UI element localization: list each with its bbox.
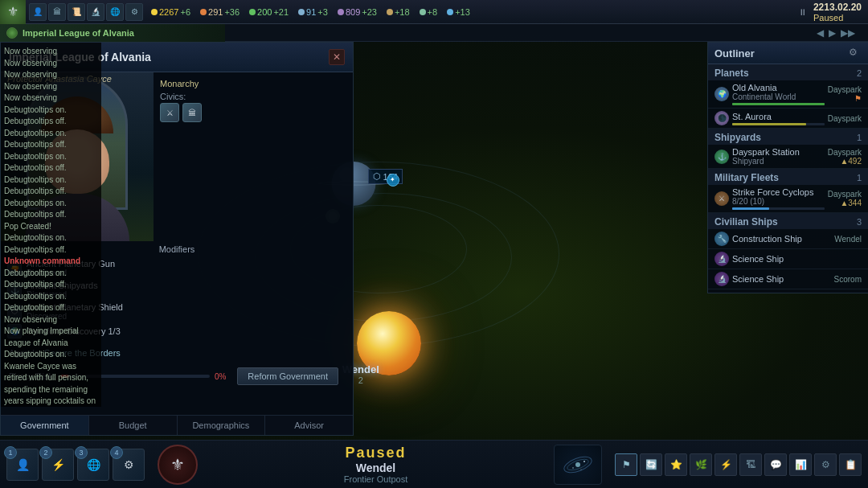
civic-icon-2[interactable]: 🏛 — [182, 103, 202, 122]
br-icon-8[interactable]: 📊 — [789, 453, 812, 476]
fleet-cyclops-bar — [732, 207, 825, 210]
planet-old-alvania[interactable]: 🌍 Old Alvania Continental World Dayspark… — [708, 80, 868, 109]
science-delta: +13 — [455, 7, 470, 17]
console-line-7: Debugtooltips off. — [4, 116, 98, 128]
shipyard-dayspark[interactable]: ⚓ Dayspark Station Shipyard Dayspark ▲49… — [708, 145, 868, 169]
planet-st-aurora[interactable]: 🌑 St. Aurora Dayspark — [708, 109, 868, 129]
gov-tabs: Government Budget Demographics Advisor — [1, 415, 353, 435]
planet-1-info: Old Alvania Continental World — [732, 83, 825, 105]
ship-science-1[interactable]: 🔬 Science Ship — [708, 249, 868, 269]
menu-icon-6[interactable]: ⚙ — [125, 3, 143, 21]
speed-play[interactable]: ▶ — [829, 27, 836, 39]
menu-icon-1[interactable]: 👤 — [29, 3, 47, 21]
resource-alloys: 91 +3 — [293, 7, 333, 17]
government-type: Monarchy — [160, 79, 346, 88]
app-logo[interactable]: ⚜ — [0, 0, 26, 24]
fleet-cyclops-size: 8/20 (10) — [732, 197, 825, 206]
construction-ship-icon: 🔧 — [714, 232, 729, 246]
br-icon-10[interactable]: 📋 — [839, 453, 862, 476]
bottom-icon-2[interactable]: ⚡ 2 — [42, 449, 74, 481]
menu-icon-5[interactable]: 🌐 — [106, 3, 124, 21]
console-line-9: Debugtooltips off. — [4, 139, 98, 151]
bottom-center: Paused Wendel Frontier Outpost — [204, 445, 547, 484]
fleet-cyclops-bar-fill — [732, 207, 769, 210]
empire-name[interactable]: Imperial League of Alvania — [23, 28, 134, 38]
svg-point-2 — [575, 462, 580, 467]
planet-2-bar — [732, 123, 825, 125]
br-icon-3[interactable]: ⭐ — [665, 453, 687, 476]
br-icon-1[interactable]: ⚑ — [615, 453, 637, 476]
console-line-23: Debugtooltips off. — [4, 302, 98, 314]
ship-construction[interactable]: 🔧 Construction Ship Wendel — [708, 229, 868, 249]
menu-icon-2[interactable]: 🏛 — [48, 3, 66, 21]
section-shipyards-header: Shipyards 1 — [708, 129, 868, 145]
br-icon-7[interactable]: 💬 — [764, 453, 787, 476]
br-icon-5[interactable]: ⚡ — [714, 453, 737, 476]
tab-budget[interactable]: Budget — [89, 416, 178, 435]
bottom-icon-4[interactable]: ⚙ 4 — [113, 449, 145, 481]
menu-icon-4[interactable]: 🔬 — [87, 3, 104, 21]
speed-fast[interactable]: ▶▶ — [841, 27, 855, 39]
tab-government[interactable]: Government — [1, 416, 89, 435]
planet-2-name: St. Aurora — [732, 112, 825, 121]
planet-1-type: Continental World — [732, 92, 825, 101]
bottom-icon-3-symbol: 🌐 — [87, 458, 100, 471]
outliner-gear-icon[interactable]: ⚙ — [849, 47, 862, 59]
shipyard-power: ▲492 — [840, 157, 862, 166]
food-delta: +21 — [273, 7, 289, 17]
planet-1-alert: ⚑ — [854, 94, 862, 103]
console-line-25: Now playing Imperial League of Alvania — [4, 326, 98, 349]
fleet-cyclops[interactable]: ⚔ Strike Force Cyclops 8/20 (10) Dayspar… — [708, 185, 868, 213]
bottom-icon-1-badge: 1 — [4, 446, 17, 459]
science-ship-2-name: Science Ship — [732, 274, 831, 284]
civilian-section-title: Civilian Ships — [714, 216, 778, 228]
galaxy-map-btn[interactable] — [554, 445, 602, 485]
section-civilian-header: Civilian Ships 3 — [708, 213, 868, 229]
science-ship-2-info: Science Ship — [732, 274, 831, 284]
planets-section-title: Planets — [714, 68, 749, 79]
menu-icon-3[interactable]: 📜 — [68, 3, 85, 21]
br-icon-2[interactable]: 🔄 — [640, 453, 662, 476]
resource-consumer-goods: 809 +23 — [333, 7, 382, 17]
fleet-marker[interactable]: ⬡ 164 ✦ — [368, 169, 403, 184]
tab-advisor[interactable]: Advisor — [265, 416, 353, 435]
shipyard-info: Dayspark Station Shipyard — [732, 147, 825, 166]
food-value: 200 — [257, 7, 272, 17]
console-line-27: Kwanele Cayce was retired with full pens… — [4, 361, 98, 408]
cgoods-value: 809 — [346, 7, 360, 17]
minerals-delta: +36 — [224, 7, 240, 17]
bottom-icon-1[interactable]: 👤 1 — [6, 449, 39, 481]
civic-icon-1[interactable]: ⚔ — [160, 103, 179, 122]
console-line-20: Debugtooltips on. — [4, 268, 98, 280]
br-icon-4[interactable]: 🌿 — [690, 453, 712, 476]
gov-panel-close[interactable]: ✕ — [329, 49, 345, 65]
bottom-icon-4-symbol: ⚙ — [124, 458, 134, 471]
reform-btn[interactable]: Reform Government — [237, 367, 338, 385]
empire-name-bar: Imperial League of Alvania — [0, 24, 225, 42]
tab-demographics[interactable]: Demographics — [178, 416, 266, 435]
bottom-system-name: Wendel — [356, 461, 396, 474]
console-line-18: Debugtooltips off. — [4, 244, 98, 256]
shipyard-icon: ⚓ — [714, 150, 729, 164]
br-icon-9[interactable]: ⚙ — [814, 453, 837, 476]
outliner-panel: Outliner ⚙ Planets 2 🌍 Old Alvania Conti… — [707, 42, 868, 293]
planet-2-icon: 🌑 — [714, 111, 729, 125]
ship-science-2[interactable]: 🔬 Science Ship Scorom — [708, 269, 868, 289]
console-overlay: Now observing Now observing Now observin… — [1, 43, 101, 407]
resource-energy: 2267 +6 — [146, 7, 195, 17]
galaxy-icon — [562, 449, 594, 481]
pause-icon[interactable]: ⏸ — [798, 7, 807, 17]
planet-1-location: Dayspark — [828, 85, 862, 94]
construction-ship-right: Wendel — [834, 235, 862, 244]
br-icon-6[interactable]: 🏗 — [739, 453, 762, 476]
bottom-icon-3[interactable]: 🌐 3 — [77, 449, 109, 481]
section-military-header: Military Fleets 1 — [708, 169, 868, 185]
top-bar-right: ⏸ 2213.02.20 Paused — [798, 2, 868, 23]
science-ship-2-right: Scorom — [834, 275, 862, 284]
faction-emblem[interactable]: ⚜ — [158, 445, 198, 485]
planet-1-bar-fill — [732, 103, 825, 105]
fleet-cyclops-power: ▲344 — [840, 199, 862, 207]
speed-prev[interactable]: ◀ — [817, 27, 824, 39]
bottom-icon-4-badge: 4 — [110, 446, 123, 459]
bottom-icon-2-symbol: ⚡ — [51, 458, 65, 471]
